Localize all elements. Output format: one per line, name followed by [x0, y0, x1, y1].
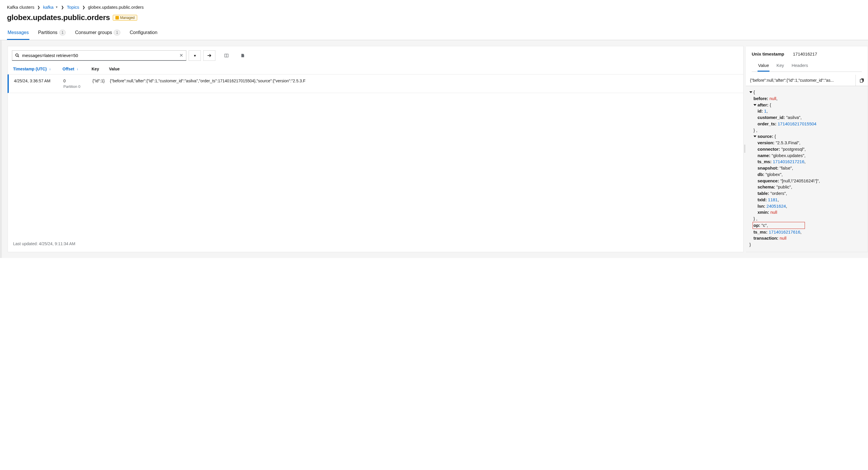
- op-highlight: op: "c",: [753, 222, 805, 229]
- json-value: "globex.updates": [772, 153, 804, 158]
- json-key: transaction:: [753, 236, 778, 240]
- json-key: source:: [757, 134, 773, 139]
- search-input[interactable]: [22, 53, 176, 58]
- main-tabs: Messages Partitions 1 Consumer groups 1 …: [0, 27, 868, 40]
- column-offset-label: Offset: [62, 67, 74, 71]
- json-key: version:: [757, 140, 774, 145]
- chevron-right-icon: ❯: [37, 5, 40, 9]
- tab-messages[interactable]: Messages: [7, 27, 29, 40]
- json-value: "orders": [770, 191, 786, 196]
- json-value: 1181: [768, 197, 778, 202]
- json-value: 1714016217616: [769, 230, 800, 234]
- detail-tab-key[interactable]: Key: [776, 60, 784, 71]
- last-updated: Last updated: 4/25/24, 9:11:34 AM: [8, 237, 743, 252]
- cell-timestamp: 4/25/24, 3:36:57 AM: [14, 79, 63, 83]
- json-value: "[null,\"24051624\"]": [780, 178, 818, 183]
- json-value: 24051624: [767, 204, 786, 209]
- tab-partitions-label: Partitions: [38, 30, 58, 35]
- svg-rect-6: [860, 79, 863, 83]
- caret-down-icon[interactable]: ▼: [55, 5, 58, 9]
- breadcrumb-section[interactable]: Topics: [67, 5, 80, 9]
- json-value: null: [770, 210, 777, 215]
- json-value: 1: [764, 109, 767, 113]
- json-key: customer_id:: [757, 115, 785, 120]
- detail-tab-value[interactable]: Value: [757, 60, 770, 71]
- json-key: id:: [757, 109, 763, 113]
- column-timestamp[interactable]: Timestamp (UTC) ↓: [13, 67, 51, 71]
- last-updated-label: Last updated:: [13, 241, 38, 246]
- json-value: 1714016217216: [773, 159, 804, 164]
- chevron-right-icon: ❯: [61, 5, 64, 9]
- tab-consumer-groups[interactable]: Consumer groups 1: [74, 27, 121, 40]
- tab-messages-label: Messages: [7, 30, 29, 35]
- caret-down-icon[interactable]: [753, 104, 756, 106]
- managed-badge-icon: [115, 16, 119, 20]
- search-field[interactable]: ✕: [12, 50, 186, 61]
- json-value: "globex": [766, 172, 782, 177]
- column-key: Key: [92, 67, 109, 71]
- cell-key: {"id":1}: [92, 79, 110, 83]
- json-value: "public": [776, 184, 791, 189]
- cell-partition: Partition 0: [63, 84, 92, 89]
- page-title: globex.updates.public.orders: [7, 13, 110, 22]
- tab-configuration-label: Configuration: [130, 30, 157, 35]
- json-key: name:: [757, 153, 770, 158]
- json-key: after:: [757, 102, 769, 107]
- sort-down-icon: ↓: [49, 67, 51, 71]
- json-key: xmin:: [757, 210, 769, 215]
- tab-consumer-groups-count: 1: [114, 30, 120, 35]
- chevron-right-icon: ❯: [82, 5, 85, 9]
- json-value: "2.5.3.Final": [776, 140, 799, 145]
- cell-value: {"before":null,"after":{"id":1,"customer…: [110, 79, 738, 83]
- json-value: null: [780, 236, 786, 240]
- json-summary: {"before":null,"after":{"id":1,"customer…: [746, 75, 856, 86]
- column-offset[interactable]: Offset ↓: [62, 67, 78, 71]
- json-key: db:: [757, 172, 764, 177]
- tab-partitions[interactable]: Partitions 1: [37, 27, 66, 40]
- managed-badge-label: Managed: [120, 16, 134, 20]
- tab-partitions-count: 1: [59, 30, 66, 35]
- tab-consumer-groups-label: Consumer groups: [75, 30, 112, 35]
- export-icon[interactable]: [238, 50, 248, 61]
- breadcrumb-root[interactable]: Kafka clusters: [7, 5, 34, 9]
- caret-down-icon[interactable]: [753, 136, 756, 137]
- json-key: ts_ms:: [753, 230, 768, 234]
- detail-tab-headers[interactable]: Headers: [791, 60, 809, 71]
- breadcrumb-cluster[interactable]: kafka: [43, 5, 54, 9]
- search-options-button[interactable]: ▾: [189, 50, 201, 61]
- json-key: ts_ms:: [757, 159, 772, 164]
- json-key: schema:: [757, 184, 775, 189]
- json-key: table:: [757, 191, 769, 196]
- search-submit-button[interactable]: [203, 50, 215, 61]
- search-icon: [12, 53, 22, 58]
- unix-timestamp-value: 1714016217: [793, 52, 817, 56]
- detail-panel: Unix timestamp 1714016217 Value Key Head…: [746, 46, 868, 252]
- svg-point-0: [16, 54, 18, 56]
- caret-down-icon[interactable]: [749, 91, 752, 93]
- breadcrumb: Kafka clusters ❯ kafka ▼ ❯ Topics ❯ glob…: [0, 0, 868, 12]
- breadcrumb-current: globex.updates.public.orders: [88, 5, 144, 9]
- copy-button[interactable]: [856, 75, 868, 86]
- column-timestamp-label: Timestamp (UTC): [13, 67, 47, 71]
- caret-down-icon: ▾: [194, 53, 196, 58]
- json-key: txId:: [757, 197, 767, 202]
- cell-offset: 0: [63, 79, 92, 83]
- json-value: 1714016217015504: [778, 121, 816, 126]
- last-updated-value: 4/25/24, 9:11:34 AM: [39, 241, 75, 246]
- tab-configuration[interactable]: Configuration: [129, 27, 158, 40]
- json-value: null: [770, 96, 776, 101]
- json-value: "postgresql": [781, 147, 805, 151]
- json-key: before:: [753, 96, 768, 101]
- json-key: connector:: [757, 147, 780, 151]
- json-key: sequence:: [757, 178, 779, 183]
- json-key: lsn:: [757, 204, 765, 209]
- table-row[interactable]: 4/25/24, 3:36:57 AM 0 Partition 0 {"id":…: [7, 75, 743, 93]
- unix-timestamp-label: Unix timestamp: [752, 52, 784, 56]
- columns-icon[interactable]: [221, 50, 232, 61]
- managed-badge: Managed: [113, 15, 137, 21]
- clear-icon[interactable]: ✕: [176, 53, 186, 58]
- column-value: Value: [109, 67, 738, 71]
- json-value: "false": [780, 166, 792, 170]
- splitter-handle[interactable]: [744, 46, 746, 252]
- json-tree[interactable]: { before: null, after: { id: 1, customer…: [746, 86, 868, 252]
